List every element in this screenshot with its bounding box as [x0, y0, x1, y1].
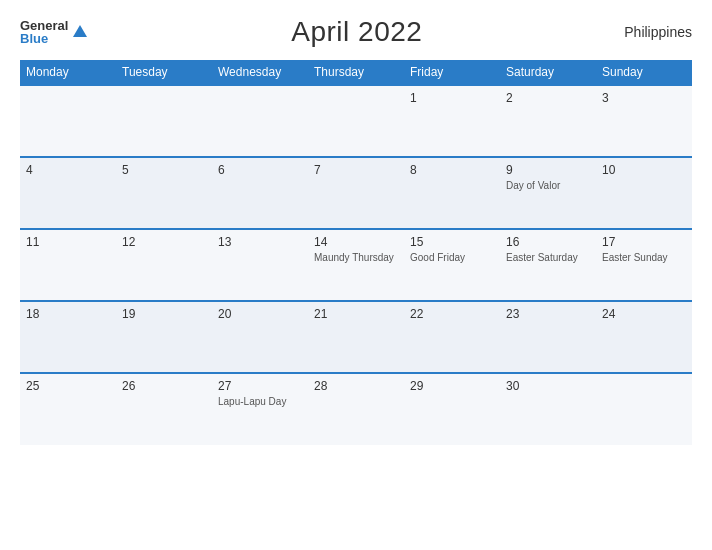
day-number: 18: [26, 307, 110, 321]
calendar-week-row: 456789Day of Valor10: [20, 157, 692, 229]
logo-icon: [71, 23, 89, 41]
calendar-week-row: 11121314Maundy Thursday15Good Friday16Ea…: [20, 229, 692, 301]
table-row: 21: [308, 301, 404, 373]
col-wednesday: Wednesday: [212, 60, 308, 85]
table-row: 30: [500, 373, 596, 445]
table-row: 1: [404, 85, 500, 157]
table-row: 24: [596, 301, 692, 373]
table-row: 6: [212, 157, 308, 229]
day-number: 21: [314, 307, 398, 321]
table-row: 25: [20, 373, 116, 445]
day-number: 3: [602, 91, 686, 105]
table-row: 19: [116, 301, 212, 373]
table-row: 22: [404, 301, 500, 373]
day-number: 8: [410, 163, 494, 177]
holiday-name: Easter Saturday: [506, 251, 590, 264]
table-row: 12: [116, 229, 212, 301]
table-row: 9Day of Valor: [500, 157, 596, 229]
day-number: 7: [314, 163, 398, 177]
holiday-name: Day of Valor: [506, 179, 590, 192]
holiday-name: Lapu-Lapu Day: [218, 395, 302, 408]
table-row: 28: [308, 373, 404, 445]
table-row: 23: [500, 301, 596, 373]
day-number: 23: [506, 307, 590, 321]
table-row: 10: [596, 157, 692, 229]
table-row: 16Easter Saturday: [500, 229, 596, 301]
calendar-week-row: 252627Lapu-Lapu Day282930: [20, 373, 692, 445]
day-number: 27: [218, 379, 302, 393]
day-number: 14: [314, 235, 398, 249]
table-row: 14Maundy Thursday: [308, 229, 404, 301]
table-row: [20, 85, 116, 157]
weekday-header-row: Monday Tuesday Wednesday Thursday Friday…: [20, 60, 692, 85]
calendar-header: General Blue April 2022 Philippines: [20, 16, 692, 48]
day-number: 4: [26, 163, 110, 177]
day-number: 13: [218, 235, 302, 249]
holiday-name: Good Friday: [410, 251, 494, 264]
day-number: 28: [314, 379, 398, 393]
holiday-name: Easter Sunday: [602, 251, 686, 264]
calendar-page: General Blue April 2022 Philippines Mond…: [0, 0, 712, 550]
table-row: 27Lapu-Lapu Day: [212, 373, 308, 445]
table-row: 5: [116, 157, 212, 229]
day-number: 29: [410, 379, 494, 393]
day-number: 11: [26, 235, 110, 249]
country-label: Philippines: [624, 24, 692, 40]
holiday-name: Maundy Thursday: [314, 251, 398, 264]
logo: General Blue: [20, 19, 89, 45]
col-tuesday: Tuesday: [116, 60, 212, 85]
calendar-table: Monday Tuesday Wednesday Thursday Friday…: [20, 60, 692, 445]
day-number: 26: [122, 379, 206, 393]
table-row: 3: [596, 85, 692, 157]
col-thursday: Thursday: [308, 60, 404, 85]
table-row: 2: [500, 85, 596, 157]
col-saturday: Saturday: [500, 60, 596, 85]
table-row: 26: [116, 373, 212, 445]
month-title: April 2022: [291, 16, 422, 48]
table-row: 17Easter Sunday: [596, 229, 692, 301]
logo-blue-text: Blue: [20, 32, 68, 45]
day-number: 30: [506, 379, 590, 393]
day-number: 20: [218, 307, 302, 321]
table-row: 20: [212, 301, 308, 373]
table-row: [596, 373, 692, 445]
day-number: 6: [218, 163, 302, 177]
calendar-week-row: 123: [20, 85, 692, 157]
table-row: 29: [404, 373, 500, 445]
day-number: 9: [506, 163, 590, 177]
day-number: 25: [26, 379, 110, 393]
table-row: 15Good Friday: [404, 229, 500, 301]
day-number: 12: [122, 235, 206, 249]
day-number: 5: [122, 163, 206, 177]
table-row: [116, 85, 212, 157]
day-number: 15: [410, 235, 494, 249]
day-number: 10: [602, 163, 686, 177]
table-row: 7: [308, 157, 404, 229]
day-number: 24: [602, 307, 686, 321]
table-row: 18: [20, 301, 116, 373]
day-number: 19: [122, 307, 206, 321]
calendar-week-row: 18192021222324: [20, 301, 692, 373]
col-sunday: Sunday: [596, 60, 692, 85]
table-row: [212, 85, 308, 157]
table-row: 13: [212, 229, 308, 301]
table-row: 11: [20, 229, 116, 301]
day-number: 22: [410, 307, 494, 321]
table-row: 8: [404, 157, 500, 229]
col-friday: Friday: [404, 60, 500, 85]
day-number: 2: [506, 91, 590, 105]
table-row: 4: [20, 157, 116, 229]
table-row: [308, 85, 404, 157]
day-number: 17: [602, 235, 686, 249]
day-number: 16: [506, 235, 590, 249]
col-monday: Monday: [20, 60, 116, 85]
day-number: 1: [410, 91, 494, 105]
svg-marker-0: [73, 25, 87, 37]
